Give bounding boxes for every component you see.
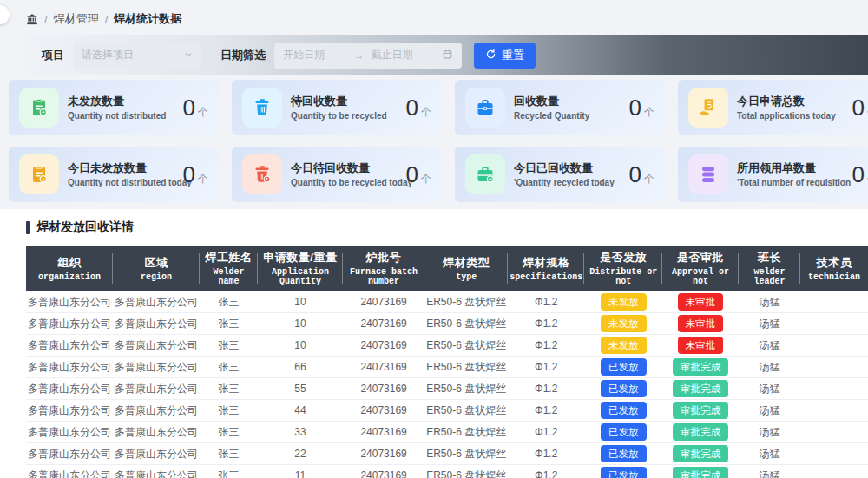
status-badge: 未审批	[678, 315, 724, 331]
status-badge: 未审批	[678, 337, 724, 353]
cell-furnace_batch: 24073169	[343, 335, 424, 357]
stat-card-not-distributed-today: 今日未发放数量Quantity not distributed today 0个	[9, 147, 219, 202]
cell-type: ER50-6 盘状焊丝	[424, 313, 508, 335]
status-badge: 审批完成	[673, 402, 728, 418]
table-header: 组织organization区域region焊工姓名Welder name申请数…	[26, 246, 868, 291]
cell-furnace_batch: 24073169	[343, 378, 424, 400]
cell-distribute: 未发放	[584, 335, 662, 357]
status-badge: 未发放	[601, 315, 647, 331]
cell-welder_leader: 汤猛	[739, 357, 801, 378]
status-badge: 未发放	[601, 293, 647, 310]
cell-region: 多普康山东分公司	[113, 291, 200, 313]
bank-icon[interactable]	[26, 13, 38, 25]
cell-organization: 多普康山东分公司	[26, 443, 113, 465]
column-header-quantity: 申请数量/重量Application Quantity	[258, 246, 343, 291]
status-badge: 已发放	[601, 445, 647, 462]
table-row: 多普康山东分公司多普康山东分公司张三2224073169ER50-6 盘状焊丝Φ…	[26, 443, 868, 465]
card-subtitle: 'Total number of requisition	[737, 178, 849, 187]
reset-button[interactable]: 重置	[474, 43, 536, 69]
cell-distribute: 未发放	[584, 291, 662, 313]
cell-welder_leader: 汤猛	[739, 291, 801, 313]
cell-specifications: Φ1.2	[508, 465, 584, 478]
cell-region: 多普康山东分公司	[113, 443, 200, 465]
cell-technician	[800, 335, 868, 357]
cell-specifications: Φ1.2	[508, 378, 584, 400]
trash-alert-icon	[242, 154, 282, 194]
status-badge: 已发放	[601, 402, 647, 418]
section-title: 焊材发放回收详情	[26, 219, 868, 235]
stat-card-recycled: 回收数量Recycled Quantity 0个	[455, 80, 665, 135]
status-badge: 审批完成	[673, 358, 728, 375]
cell-welder_name: 张三	[200, 335, 258, 357]
cell-quantity: 10	[258, 335, 343, 357]
cell-technician	[800, 400, 868, 422]
date-range-picker[interactable]: 开始日期 → 截止日期	[274, 43, 462, 69]
card-subtitle: Quantity not distributed today	[68, 178, 180, 187]
breadcrumb-section[interactable]: 焊材管理	[54, 11, 99, 27]
cell-distribute: 已发放	[584, 378, 662, 400]
cell-approval: 未审批	[662, 335, 738, 357]
cell-furnace_batch: 24073169	[343, 291, 424, 313]
date-range-arrow-icon: →	[354, 49, 365, 62]
cell-region: 多普康山东分公司	[113, 422, 200, 443]
cell-region: 多普康山东分公司	[113, 335, 200, 357]
cell-distribute: 已发放	[584, 357, 662, 378]
column-header-welder_name: 焊工姓名Welder name	[200, 246, 258, 291]
cell-region: 多普康山东分公司	[113, 465, 200, 478]
cell-specifications: Φ1.2	[508, 357, 584, 378]
card-title: 回收数量	[514, 95, 626, 108]
cell-technician	[800, 378, 868, 400]
column-header-specifications: 焊材规格specifications	[508, 246, 584, 291]
cell-specifications: Φ1.2	[508, 313, 584, 335]
cell-technician	[800, 313, 868, 335]
project-select[interactable]: 请选择项目	[73, 43, 201, 69]
stat-card-recycled-today: 今日已回收数量'Quantity recycled today 0个	[455, 147, 665, 202]
card-value: 0	[183, 95, 195, 121]
card-title: 待回收数量	[291, 95, 403, 108]
cell-type: ER50-6 盘状焊丝	[424, 335, 508, 357]
cell-approval: 未审批	[662, 313, 738, 335]
cell-type: ER50-6 盘状焊丝	[424, 291, 508, 313]
date-filter-label: 日期筛选	[220, 48, 266, 63]
card-subtitle: Quantity to be recycled today	[291, 178, 403, 187]
cell-technician	[800, 465, 868, 478]
table-row: 多普康山东分公司多普康山东分公司张三4424073169ER50-6 盘状焊丝Φ…	[26, 400, 868, 422]
card-unit: 个	[644, 172, 654, 187]
welding-material-table: 组织organization区域region焊工姓名Welder name申请数…	[26, 246, 868, 478]
hand-document-icon	[688, 88, 728, 128]
status-badge: 未审批	[678, 293, 724, 310]
cell-welder_name: 张三	[200, 291, 258, 313]
cell-approval: 审批完成	[662, 357, 738, 378]
cell-quantity: 44	[258, 400, 343, 422]
clipboard-check-icon	[19, 154, 59, 194]
cell-specifications: Φ1.2	[508, 291, 584, 313]
stat-card-not-distributed: 未发放数量Quantity not distributed 0个	[9, 80, 219, 135]
cell-furnace_batch: 24073169	[343, 422, 424, 443]
cell-organization: 多普康山东分公司	[26, 422, 113, 443]
card-title: 今日未发放数量	[68, 161, 180, 175]
table-row: 多普康山东分公司多普康山东分公司张三1024073169ER50-6 盘状焊丝Φ…	[26, 335, 868, 357]
cell-welder_name: 张三	[200, 422, 258, 443]
status-badge: 审批完成	[673, 423, 728, 440]
stat-card-to-be-recycled-today: 今日待回收数量Quantity to be recycled today 0个	[232, 147, 442, 202]
column-header-technician: 技术员technician	[800, 246, 868, 291]
card-title: 所用领用单数量	[737, 161, 849, 175]
card-title: 今日申请总数	[737, 95, 849, 108]
reset-button-label: 重置	[502, 48, 524, 63]
database-icon	[688, 154, 728, 194]
cell-region: 多普康山东分公司	[113, 400, 200, 422]
table-row: 多普康山东分公司多普康山东分公司张三1124073169ER50-6 盘状焊丝Φ…	[26, 465, 868, 478]
stat-card-applications-today: 今日申请总数Total applications today 0个	[678, 80, 868, 135]
chevron-down-icon	[184, 49, 193, 62]
card-subtitle: Quantity to be recycled	[291, 111, 403, 121]
status-badge: 已发放	[601, 467, 647, 478]
cell-organization: 多普康山东分公司	[26, 400, 113, 422]
cell-type: ER50-6 盘状焊丝	[424, 357, 508, 378]
cell-region: 多普康山东分公司	[113, 313, 200, 335]
cell-approval: 未审批	[662, 291, 738, 313]
stat-card-to-be-recycled: 待回收数量Quantity to be recycled 0个	[232, 80, 442, 135]
cell-welder_leader: 汤猛	[739, 465, 801, 478]
breadcrumb-separator: /	[44, 13, 48, 26]
date-start-placeholder: 开始日期	[283, 48, 347, 62]
cell-organization: 多普康山东分公司	[26, 291, 113, 313]
